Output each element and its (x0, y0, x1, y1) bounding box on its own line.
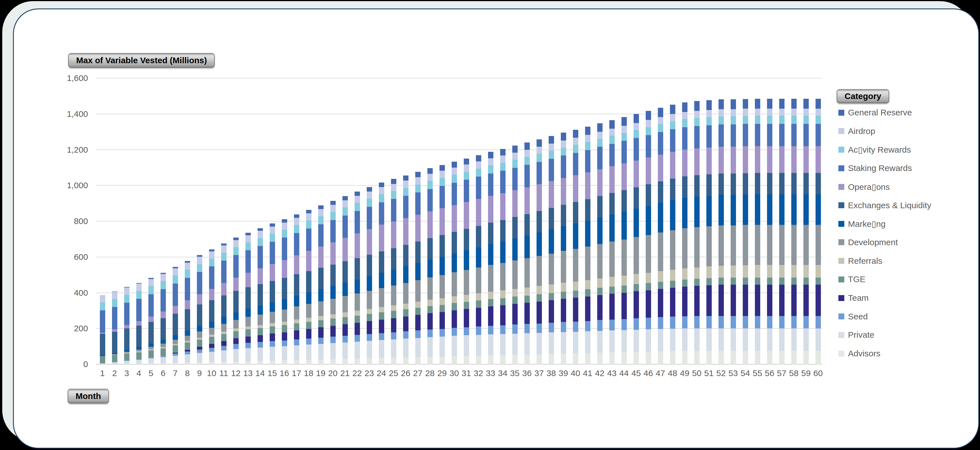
segment-referrals-month-60[interactable] (816, 265, 821, 277)
segment-referrals-month-21[interactable] (342, 312, 348, 317)
segment-exchanges-&-liquidity-month-55[interactable] (755, 173, 760, 194)
segment-exchanges-&-liquidity-month-51[interactable] (706, 174, 712, 196)
segment-marke-ng-month-3[interactable] (124, 350, 129, 352)
segment-airdrop-month-12[interactable] (233, 240, 239, 247)
segment-airdrop-month-26[interactable] (403, 181, 409, 188)
value-field-button[interactable]: Max of Variable Vested (Millions) (68, 53, 215, 68)
segment-staking-rewards-month-34[interactable] (500, 171, 506, 193)
segment-staking-rewards-month-35[interactable] (512, 168, 518, 190)
segment-seed-month-13[interactable] (245, 343, 251, 348)
segment-tge-month-19[interactable] (318, 320, 324, 327)
category-field-button[interactable]: Category (837, 89, 889, 103)
legend-item-tge[interactable]: TGE (838, 275, 865, 284)
segment-general-reserve-month-43[interactable] (609, 120, 615, 129)
segment-referrals-month-25[interactable] (391, 305, 396, 311)
segment-advisors-month-10[interactable] (209, 362, 215, 364)
segment-ac-vity-rewards-month-31[interactable] (464, 172, 469, 180)
segment-staking-rewards-month-11[interactable] (221, 261, 226, 283)
segment-team-month-23[interactable] (367, 321, 372, 334)
segment-development-month-12[interactable] (233, 320, 239, 328)
segment-opera-ons-month-3[interactable] (124, 325, 129, 328)
segment-staking-rewards-month-2[interactable] (112, 307, 117, 329)
segment-opera-ons-month-60[interactable] (816, 146, 821, 173)
segment-exchanges-&-liquidity-month-14[interactable] (258, 284, 263, 305)
segment-team-month-60[interactable] (816, 285, 821, 316)
segment-staking-rewards-month-19[interactable] (318, 224, 324, 246)
segment-general-reserve-month-32[interactable] (476, 155, 481, 161)
segment-general-reserve-month-34[interactable] (500, 149, 506, 156)
segment-private-month-31[interactable] (464, 335, 469, 356)
segment-ac-vity-rewards-month-47[interactable] (658, 124, 663, 132)
month-field-button[interactable]: Month (68, 389, 109, 404)
segment-general-reserve-month-58[interactable] (791, 99, 797, 109)
segment-staking-rewards-month-54[interactable] (743, 124, 748, 146)
segment-marke-ng-month-7[interactable] (173, 335, 178, 340)
segment-exchanges-&-liquidity-month-21[interactable] (342, 261, 348, 283)
segment-tge-month-40[interactable] (573, 291, 578, 297)
segment-referrals-month-39[interactable] (561, 283, 566, 292)
segment-ac-vity-rewards-month-50[interactable] (694, 118, 700, 126)
segment-opera-ons-month-30[interactable] (452, 205, 457, 232)
segment-opera-ons-month-26[interactable] (403, 218, 409, 245)
segment-ac-vity-rewards-month-14[interactable] (258, 238, 263, 246)
segment-exchanges-&-liquidity-month-17[interactable] (294, 274, 299, 296)
segment-tge-month-43[interactable] (609, 287, 615, 294)
segment-marke-ng-month-56[interactable] (767, 194, 772, 225)
segment-staking-rewards-month-1[interactable] (100, 310, 105, 332)
segment-seed-month-55[interactable] (755, 316, 760, 328)
segment-marke-ng-month-26[interactable] (403, 266, 409, 283)
segment-staking-rewards-month-16[interactable] (282, 238, 287, 260)
segment-general-reserve-month-38[interactable] (549, 136, 554, 144)
segment-exchanges-&-liquidity-month-31[interactable] (464, 229, 469, 250)
segment-referrals-month-44[interactable] (622, 276, 627, 286)
segment-advisors-month-31[interactable] (464, 356, 469, 364)
segment-exchanges-&-liquidity-month-8[interactable] (185, 309, 190, 331)
segment-airdrop-month-29[interactable] (439, 171, 445, 178)
segment-general-reserve-month-57[interactable] (779, 99, 784, 109)
segment-airdrop-month-54[interactable] (743, 109, 748, 116)
segment-development-month-10[interactable] (209, 328, 215, 335)
segment-private-month-22[interactable] (355, 342, 360, 359)
segment-seed-month-21[interactable] (342, 336, 348, 342)
segment-ac-vity-rewards-month-51[interactable] (706, 117, 712, 125)
segment-seed-month-15[interactable] (270, 341, 275, 347)
segment-airdrop-month-43[interactable] (609, 129, 615, 136)
segment-development-month-34[interactable] (500, 263, 506, 291)
segment-tge-month-56[interactable] (767, 278, 772, 285)
segment-exchanges-&-liquidity-month-35[interactable] (512, 217, 518, 239)
segment-ac-vity-rewards-month-5[interactable] (148, 286, 154, 294)
legend-item-opera-ons[interactable]: Opera▯ons (838, 182, 890, 192)
segment-tge-month-12[interactable] (233, 331, 239, 338)
segment-development-month-37[interactable] (536, 256, 542, 286)
segment-opera-ons-month-45[interactable] (633, 161, 639, 187)
segment-opera-ons-month-14[interactable] (258, 268, 263, 284)
segment-team-month-39[interactable] (561, 299, 566, 322)
segment-team-month-48[interactable] (670, 288, 675, 316)
segment-team-month-49[interactable] (682, 287, 687, 316)
segment-development-month-31[interactable] (464, 270, 469, 295)
segment-referrals-month-33[interactable] (488, 292, 493, 299)
segment-development-month-35[interactable] (512, 261, 518, 289)
segment-staking-rewards-month-28[interactable] (427, 189, 433, 211)
segment-airdrop-month-50[interactable] (694, 111, 700, 118)
segment-opera-ons-month-31[interactable] (464, 202, 469, 229)
segment-ac-vity-rewards-month-20[interactable] (330, 212, 336, 220)
segment-ac-vity-rewards-month-23[interactable] (367, 199, 372, 207)
segment-exchanges-&-liquidity-month-5[interactable] (148, 322, 154, 343)
segment-development-month-21[interactable] (342, 296, 348, 312)
segment-advisors-month-8[interactable] (185, 363, 190, 364)
segment-ac-vity-rewards-month-57[interactable] (779, 116, 784, 124)
segment-development-month-6[interactable] (161, 343, 166, 347)
segment-advisors-month-18[interactable] (306, 360, 312, 364)
segment-airdrop-month-57[interactable] (779, 109, 784, 116)
segment-opera-ons-month-11[interactable] (221, 283, 226, 296)
segment-staking-rewards-month-14[interactable] (258, 246, 263, 268)
segment-seed-month-11[interactable] (221, 346, 226, 350)
segment-general-reserve-month-37[interactable] (536, 139, 542, 147)
segment-staking-rewards-month-53[interactable] (731, 124, 736, 147)
segment-seed-month-25[interactable] (391, 332, 396, 339)
segment-general-reserve-month-53[interactable] (731, 99, 736, 109)
segment-team-month-14[interactable] (258, 335, 263, 342)
segment-marke-ng-month-50[interactable] (694, 197, 700, 227)
segment-advisors-month-24[interactable] (379, 358, 384, 364)
